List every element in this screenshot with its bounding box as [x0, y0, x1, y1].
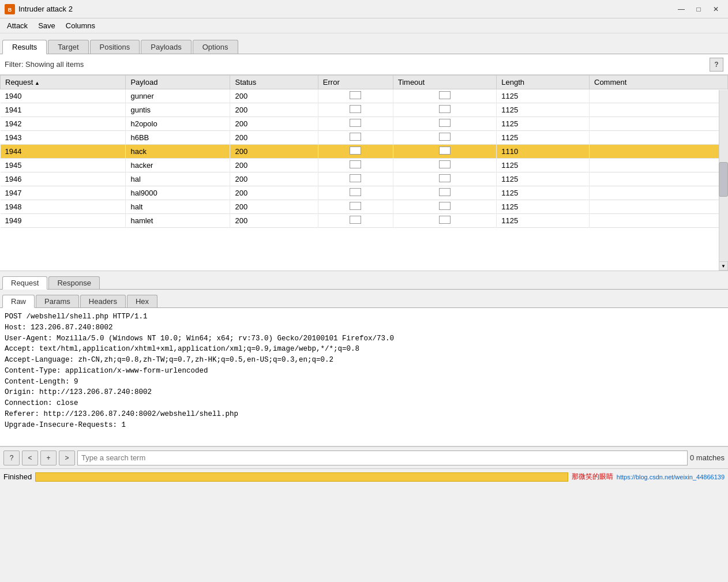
table-row[interactable]: 1949 hamlet 200 1125: [1, 214, 728, 228]
timeout-checkbox[interactable]: [439, 188, 451, 196]
svg-text:B: B: [8, 7, 12, 13]
cell-error: [318, 89, 393, 103]
cell-payload: guntis: [126, 103, 230, 117]
csdn-link[interactable]: https://blog.csdn.net/weixin_44866139: [617, 474, 725, 480]
table-row[interactable]: 1941 guntis 200 1125: [1, 103, 728, 117]
sub-tab-bar: Raw Params Headers Hex: [0, 290, 728, 308]
error-checkbox[interactable]: [350, 91, 361, 99]
cell-error: [318, 214, 393, 228]
app-icon: B: [5, 4, 15, 14]
table-row[interactable]: 1947 hal9000 200 1125: [1, 186, 728, 200]
menu-save[interactable]: Save: [33, 20, 60, 31]
cell-error: [318, 159, 393, 172]
request-line: Connection: close: [5, 398, 723, 409]
cell-timeout: [393, 117, 497, 131]
col-comment[interactable]: Comment: [590, 76, 728, 89]
error-checkbox[interactable]: [350, 216, 361, 224]
error-checkbox[interactable]: [350, 188, 361, 196]
tab-positions[interactable]: Positions: [90, 40, 140, 54]
table-row[interactable]: 1940 gunner 200 1125: [1, 89, 728, 103]
search-input[interactable]: [77, 450, 688, 465]
cell-request: 1946: [1, 172, 126, 186]
cell-payload: hal: [126, 172, 230, 186]
error-checkbox[interactable]: [350, 202, 361, 210]
cell-status: 200: [230, 159, 318, 172]
tab-payloads[interactable]: Payloads: [141, 40, 191, 54]
table-row[interactable]: 1948 halt 200 1125: [1, 200, 728, 214]
cell-error: [318, 145, 393, 159]
cell-request: 1947: [1, 186, 126, 200]
maximize-button[interactable]: □: [691, 3, 706, 15]
table-row[interactable]: 1944 hack 200 1110: [1, 145, 728, 159]
tab-target[interactable]: Target: [48, 40, 88, 54]
search-question-button[interactable]: ?: [3, 450, 20, 465]
error-checkbox[interactable]: [350, 119, 361, 127]
close-button[interactable]: ✕: [708, 3, 723, 15]
search-prev-button[interactable]: <: [22, 450, 38, 465]
timeout-checkbox[interactable]: [439, 147, 451, 155]
cell-timeout: [393, 89, 497, 103]
col-timeout[interactable]: Timeout: [393, 76, 497, 89]
menu-columns[interactable]: Columns: [61, 20, 100, 31]
request-content-area[interactable]: POST /webshell/shell.php HTTP/1.1Host: 1…: [0, 308, 728, 446]
table-row[interactable]: 1943 h6BB 200 1125: [1, 131, 728, 145]
cell-payload: h2opolo: [126, 117, 230, 131]
results-table-scroll[interactable]: Request Payload Status Error Timeout Len…: [0, 75, 728, 271]
timeout-checkbox[interactable]: [439, 91, 451, 99]
timeout-checkbox[interactable]: [439, 174, 451, 182]
error-checkbox[interactable]: [350, 133, 361, 141]
tab-response[interactable]: Response: [48, 276, 100, 289]
error-checkbox[interactable]: [350, 105, 361, 113]
cell-status: 200: [230, 89, 318, 103]
tab-request[interactable]: Request: [2, 276, 47, 290]
cell-error: [318, 131, 393, 145]
subtab-raw[interactable]: Raw: [2, 295, 35, 308]
scroll-down-arrow[interactable]: ▼: [719, 261, 728, 271]
tab-results[interactable]: Results: [2, 40, 47, 54]
error-checkbox[interactable]: [350, 174, 361, 182]
cell-comment: [590, 172, 728, 186]
timeout-checkbox[interactable]: [439, 105, 451, 113]
col-length[interactable]: Length: [497, 76, 590, 89]
cell-request: 1944: [1, 145, 126, 159]
cell-error: [318, 172, 393, 186]
subtab-params[interactable]: Params: [36, 295, 79, 307]
scrollbar-thumb[interactable]: [719, 162, 728, 197]
filter-help-button[interactable]: ?: [710, 58, 723, 72]
scrollbar-track[interactable]: [719, 90, 728, 271]
cell-payload: gunner: [126, 89, 230, 103]
cell-length: 1125: [497, 89, 590, 103]
minimize-button[interactable]: —: [674, 3, 689, 15]
error-checkbox[interactable]: [350, 147, 361, 155]
table-row[interactable]: 1945 hacker 200 1125: [1, 159, 728, 172]
timeout-checkbox[interactable]: [439, 119, 451, 127]
subtab-hex[interactable]: Hex: [127, 295, 157, 307]
col-error[interactable]: Error: [318, 76, 393, 89]
subtab-headers[interactable]: Headers: [80, 295, 126, 307]
request-line: Referer: http://123.206.87.240:8002/webs…: [5, 409, 723, 420]
cell-timeout: [393, 103, 497, 117]
cell-timeout: [393, 131, 497, 145]
col-payload[interactable]: Payload: [126, 76, 230, 89]
search-add-button[interactable]: +: [40, 450, 57, 465]
tab-options[interactable]: Options: [193, 40, 238, 54]
table-row[interactable]: 1946 hal 200 1125: [1, 172, 728, 186]
cell-timeout: [393, 159, 497, 172]
timeout-checkbox[interactable]: [439, 133, 451, 141]
timeout-checkbox[interactable]: [439, 216, 451, 224]
cell-timeout: [393, 214, 497, 228]
col-status[interactable]: Status: [230, 76, 318, 89]
status-text: Finished: [3, 472, 32, 481]
timeout-checkbox[interactable]: [439, 160, 451, 168]
cell-comment: [590, 89, 728, 103]
search-next-button[interactable]: >: [59, 450, 75, 465]
menu-attack[interactable]: Attack: [2, 20, 32, 31]
error-checkbox[interactable]: [350, 160, 361, 168]
cell-timeout: [393, 145, 497, 159]
cell-comment: [590, 186, 728, 200]
title-bar: B Intruder attack 2 — □ ✕: [0, 0, 728, 18]
table-row[interactable]: 1942 h2opolo 200 1125: [1, 117, 728, 131]
cell-length: 1125: [497, 200, 590, 214]
col-request[interactable]: Request: [1, 76, 126, 89]
timeout-checkbox[interactable]: [439, 202, 451, 210]
